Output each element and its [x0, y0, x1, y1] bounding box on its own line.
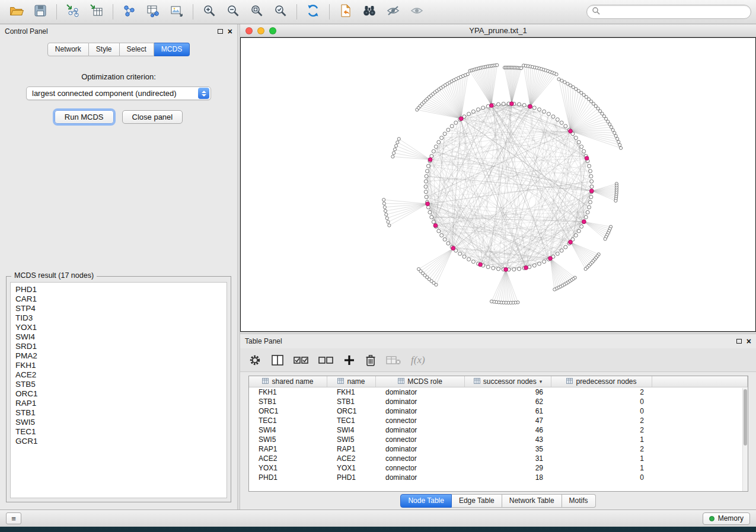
table-cell: 0 — [551, 398, 652, 406]
open-file-button[interactable] — [5, 2, 28, 22]
create-column-button[interactable] — [343, 352, 355, 368]
float-panel-icon[interactable] — [736, 339, 742, 344]
table-row[interactable]: YOX1YOX1connector291 — [249, 463, 748, 473]
network-window-title: YPA_prune.txt_1 — [469, 26, 527, 35]
column-header-name[interactable]: name — [327, 376, 376, 387]
mcds-result-item[interactable]: STP4 — [15, 304, 227, 313]
zoom-selected-button[interactable] — [269, 2, 292, 22]
scrollbar-thumb[interactable] — [744, 389, 747, 446]
import-network-button[interactable] — [61, 2, 85, 22]
close-panel-icon[interactable]: × — [747, 338, 751, 344]
table-settings-button[interactable] — [248, 352, 261, 368]
tab-select[interactable]: Select — [120, 43, 154, 56]
save-button[interactable] — [28, 2, 52, 22]
mcds-result-item[interactable]: PMA2 — [15, 351, 227, 361]
mcds-result-item[interactable]: PHD1 — [15, 285, 227, 294]
toolbar-separator — [296, 4, 297, 20]
table-cell: SWI4 — [249, 426, 327, 434]
table-row[interactable]: PHD1PHD1dominator180 — [249, 473, 748, 482]
mcds-result-item[interactable]: CAR1 — [15, 294, 227, 304]
window-zoom-button[interactable] — [269, 27, 276, 34]
zoom-out-button[interactable] — [221, 2, 245, 22]
table-row[interactable]: SWI5SWI5connector431 — [249, 435, 748, 444]
network-view[interactable] — [240, 37, 756, 332]
table-cell: 1 — [551, 454, 652, 463]
mcds-result-item[interactable]: ORC1 — [15, 389, 227, 399]
select-all-columns-button[interactable] — [294, 352, 309, 368]
optimization-criterion-select[interactable]: largest connected component (undirected) — [26, 86, 211, 100]
mcds-result-item[interactable]: RAP1 — [15, 399, 227, 408]
mcds-result-list[interactable]: PHD1CAR1STP4TID3YOX1SWI4SRD1PMA2FKH1ACE2… — [10, 282, 227, 498]
table-row[interactable]: SWI4SWI4dominator462 — [249, 425, 748, 435]
window-close-button[interactable] — [245, 27, 253, 34]
float-panel-icon[interactable] — [218, 29, 223, 34]
hide-selected-button[interactable] — [381, 2, 405, 22]
mcds-result-item[interactable]: SWI5 — [15, 418, 227, 427]
tab-network[interactable]: Network — [47, 43, 89, 56]
mcds-result-item[interactable]: TID3 — [15, 313, 227, 323]
tab-node-table[interactable]: Node Table — [400, 494, 452, 508]
mcds-result-item[interactable]: SRD1 — [15, 342, 227, 351]
column-grid-icon — [337, 377, 344, 386]
table-scrollbar[interactable] — [742, 388, 748, 491]
tab-network-table[interactable]: Network Table — [502, 494, 562, 508]
close-panel-icon[interactable]: × — [228, 28, 232, 34]
mcds-result-item[interactable]: YOX1 — [15, 323, 227, 332]
table-row[interactable]: STB1STB1dominator620 — [249, 397, 748, 406]
table-cell: 47 — [465, 416, 551, 425]
toolbar-separator — [113, 4, 113, 20]
table-row[interactable]: ORC1ORC1dominator610 — [249, 406, 748, 416]
search-box[interactable] — [586, 5, 751, 19]
mcds-result-item[interactable]: ACE2 — [15, 370, 227, 380]
mcds-result-item[interactable]: TEC1 — [15, 427, 227, 437]
table-cell: dominator — [376, 445, 465, 453]
memory-button[interactable]: Memory — [703, 512, 750, 525]
search-input[interactable] — [603, 8, 746, 16]
toolbar-separator — [56, 4, 57, 20]
mcds-result-item[interactable]: GCR1 — [15, 437, 227, 446]
mcds-result-item[interactable]: SWI4 — [15, 332, 227, 342]
export-image-button[interactable] — [165, 2, 189, 22]
table-row[interactable]: FKH1FKH1dominator962 — [249, 387, 748, 397]
table-cell: 2 — [551, 388, 652, 396]
tab-mcds[interactable]: MCDS — [154, 43, 190, 56]
status-menu-button[interactable]: ≡ — [6, 512, 21, 524]
table-cell: RAP1 — [327, 445, 376, 453]
tab-style[interactable]: Style — [89, 43, 120, 56]
column-header-successor-nodes[interactable]: successor nodes▾ — [465, 376, 551, 387]
show-columns-button[interactable] — [271, 352, 284, 368]
tab-motifs[interactable]: Motifs — [562, 494, 596, 508]
table-row[interactable]: RAP1RAP1dominator352 — [249, 444, 748, 454]
menu-icon: ≡ — [11, 514, 16, 523]
import-table-button[interactable] — [85, 2, 109, 22]
network-window-titlebar[interactable]: YPA_prune.txt_1 — [240, 24, 756, 37]
close-panel-button[interactable]: Close panel — [122, 110, 183, 124]
table-row[interactable]: ACE2ACE2connector311 — [249, 454, 748, 463]
mcds-result-item[interactable]: STB1 — [15, 408, 227, 418]
find-button[interactable] — [358, 2, 381, 22]
column-header-predecessor-nodes[interactable]: predecessor nodes — [551, 376, 652, 387]
table-cell: SWI5 — [327, 435, 376, 444]
network-table-icon — [145, 3, 161, 21]
run-mcds-button[interactable]: Run MCDS — [55, 110, 114, 124]
column-grid-icon — [398, 377, 404, 386]
column-header-shared-name[interactable]: shared name — [249, 376, 327, 387]
delete-column-button[interactable] — [365, 352, 377, 368]
table-cell: FKH1 — [327, 388, 376, 396]
table-cell: 2 — [551, 426, 652, 434]
toolbar-separator — [193, 4, 193, 20]
zoom-in-button[interactable] — [197, 2, 221, 22]
network-table-button[interactable] — [141, 2, 165, 22]
table-row[interactable]: TEC1TEC1connector472 — [249, 416, 748, 425]
column-header-mcds-role[interactable]: MCDS role — [376, 376, 465, 387]
zoom-fit-button[interactable] — [245, 2, 269, 22]
window-minimize-button[interactable] — [257, 27, 264, 34]
mcds-result-item[interactable]: STB5 — [15, 380, 227, 389]
new-network-button[interactable] — [117, 2, 141, 22]
show-all-button[interactable] — [405, 2, 429, 22]
mcds-result-item[interactable]: FKH1 — [15, 361, 227, 370]
tab-edge-table[interactable]: Edge Table — [452, 494, 502, 508]
refresh-button[interactable] — [301, 2, 325, 22]
export-document-button[interactable] — [334, 2, 358, 22]
deselect-all-columns-button[interactable] — [318, 352, 334, 368]
